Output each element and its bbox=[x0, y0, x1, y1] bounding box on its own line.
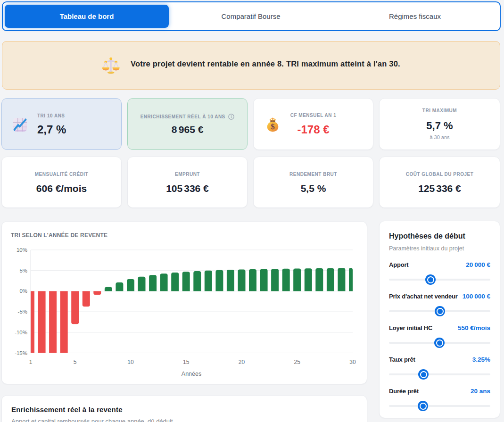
svg-text:5: 5 bbox=[74, 359, 77, 365]
svg-text:20: 20 bbox=[239, 359, 245, 365]
svg-text:15: 15 bbox=[183, 359, 190, 365]
svg-text:Années: Années bbox=[182, 371, 201, 377]
svg-text:10: 10 bbox=[127, 359, 134, 365]
svg-text:1: 1 bbox=[29, 359, 33, 365]
svg-text:10%: 10% bbox=[17, 247, 27, 253]
svg-text:5%: 5% bbox=[19, 268, 27, 273]
svg-text:0%: 0% bbox=[19, 288, 27, 294]
svg-text:25: 25 bbox=[294, 359, 301, 365]
svg-text:30: 30 bbox=[349, 359, 356, 365]
svg-text:-15%: -15% bbox=[15, 350, 27, 356]
svg-text:-10%: -10% bbox=[15, 330, 27, 335]
svg-text:-5%: -5% bbox=[18, 309, 27, 314]
